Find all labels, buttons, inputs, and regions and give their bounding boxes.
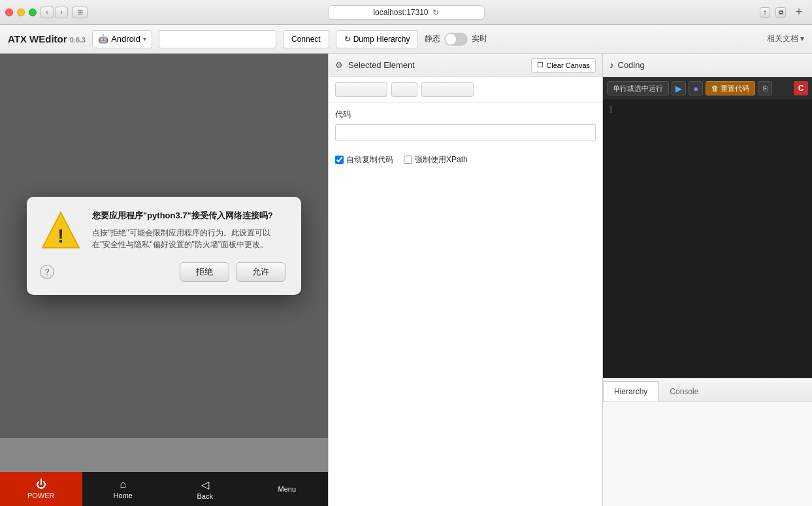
realtime-label: 实时 — [472, 33, 487, 44]
clear-canvas-label: Clear Canvas — [546, 61, 590, 69]
auto-copy-checkbox[interactable] — [335, 156, 344, 164]
auto-copy-label: 自动复制代码 — [346, 154, 393, 165]
trash-icon: 🗑 — [711, 84, 719, 92]
power-icon: ⏻ — [36, 479, 46, 490]
windows-icon[interactable]: ⧉ — [775, 7, 786, 18]
coding-bottom-tabs: Hierarchy Console — [603, 378, 812, 401]
right-panel: ♪ Coding 单行或选中运行 ▶ ■ 🗑 重置代码 ⎘ C 1 Hierar… — [603, 54, 812, 506]
refresh-icon: ↻ — [344, 35, 351, 44]
clear-canvas-button[interactable]: ☐ Clear Canvas — [531, 58, 596, 73]
code-editor[interactable]: 1 — [603, 99, 812, 378]
sidebar-toggle-button[interactable]: ⊞ — [72, 7, 88, 18]
middle-panel: ⚙ Selected Element ☐ Clear Canvas 代码 自动复… — [328, 54, 603, 506]
device-bottom-nav: ⏻ POWER ⌂ Home ◁ Back Menu — [0, 472, 328, 506]
home-button[interactable]: ⌂ Home — [82, 472, 165, 506]
reload-icon[interactable]: ↻ — [432, 8, 439, 17]
c-button[interactable]: C — [794, 81, 808, 95]
warning-triangle-icon: ! — [40, 210, 82, 252]
android-label: Android — [111, 34, 140, 44]
run-button[interactable]: 单行或选中运行 — [607, 81, 669, 95]
dialog-content: ! 您要应用程序"python3.7"接受传入网络连接吗? 点按"拒绝"可能会限… — [40, 210, 285, 252]
el-control-btn-2[interactable] — [391, 82, 417, 97]
allow-button[interactable]: 允许 — [236, 262, 285, 282]
mode-toggle[interactable] — [444, 33, 468, 46]
element-controls — [329, 77, 602, 103]
dialog-title: 您要应用程序"python3.7"接受传入网络连接吗? — [92, 210, 285, 222]
dialog-buttons: 拒绝 允许 — [180, 262, 285, 282]
share-icon[interactable]: ↑ — [760, 7, 770, 18]
firewall-dialog: ! 您要应用程序"python3.7"接受传入网络连接吗? 点按"拒绝"可能会限… — [27, 197, 301, 295]
play-button[interactable]: ▶ — [672, 81, 686, 95]
toggle-knob — [446, 34, 456, 44]
forward-nav-button[interactable]: › — [55, 7, 68, 18]
console-area — [603, 401, 812, 506]
reset-code-button[interactable]: 🗑 重置代码 — [706, 81, 755, 95]
dump-hierarchy-button[interactable]: ↻ Dump Hierarchy — [336, 30, 419, 48]
device-input[interactable] — [159, 30, 276, 48]
app-title: ATX WEditor 0.6.3 — [8, 33, 86, 44]
url-text: localhost:17310 — [373, 8, 428, 17]
reset-label: 重置代码 — [721, 84, 749, 93]
chevron-down-icon: ▾ — [143, 35, 146, 42]
menu-label: Menu — [278, 485, 296, 493]
copy-button[interactable]: ⎘ — [758, 81, 772, 95]
android-icon: 🤖 — [98, 34, 108, 44]
coding-toolbar: 单行或选中运行 ▶ ■ 🗑 重置代码 ⎘ C — [603, 77, 812, 99]
dump-label: Dump Hierarchy — [353, 35, 410, 44]
static-label: 静态 — [425, 33, 440, 44]
deny-button[interactable]: 拒绝 — [180, 262, 229, 282]
selected-element-header: ⚙ Selected Element ☐ Clear Canvas — [329, 54, 602, 77]
force-xpath-checkbox-label[interactable]: 强制使用XPath — [404, 154, 468, 165]
back-icon: ◁ — [201, 479, 209, 491]
force-xpath-label: 强制使用XPath — [415, 154, 468, 165]
el-control-btn-1[interactable] — [335, 82, 387, 97]
svg-text:!: ! — [57, 225, 64, 246]
el-control-btn-3[interactable] — [421, 82, 474, 97]
back-label: Back — [197, 492, 213, 500]
minimize-button[interactable] — [17, 8, 25, 16]
device-screen[interactable]: ! 您要应用程序"python3.7"接受传入网络连接吗? 点按"拒绝"可能会限… — [0, 54, 328, 472]
traffic-lights — [5, 8, 37, 16]
music-icon: ♪ — [609, 60, 614, 70]
app-version: 0.6.3 — [70, 36, 86, 44]
force-xpath-checkbox[interactable] — [404, 156, 412, 164]
mode-toggle-group: 静态 实时 — [425, 33, 487, 46]
title-bar-right: ↑ ⧉ + — [760, 5, 807, 20]
dialog-overlay: ! 您要应用程序"python3.7"接受传入网络连接吗? 点按"拒绝"可能会限… — [0, 54, 328, 438]
clear-canvas-icon: ☐ — [537, 61, 544, 69]
new-tab-button[interactable]: + — [791, 5, 807, 20]
dialog-footer: ? 拒绝 允许 — [40, 262, 285, 282]
selected-element-icon: ⚙ — [335, 60, 343, 70]
auto-copy-checkbox-label[interactable]: 自动复制代码 — [335, 154, 393, 165]
close-button[interactable] — [5, 8, 13, 16]
stop-button[interactable]: ■ — [689, 81, 703, 95]
code-section: 代码 — [329, 103, 602, 148]
power-label: POWER — [27, 492, 55, 499]
docs-link[interactable]: 相关文档 ▾ — [767, 33, 804, 44]
coding-header: ♪ Coding — [603, 54, 812, 77]
home-label: Home — [114, 492, 133, 499]
code-label: 代码 — [335, 109, 596, 120]
device-panel: ! 您要应用程序"python3.7"接受传入网络连接吗? 点按"拒绝"可能会限… — [0, 54, 328, 506]
selected-element-title: Selected Element — [348, 60, 526, 70]
help-button[interactable]: ? — [40, 265, 54, 279]
checkboxes-row: 自动复制代码 强制使用XPath — [329, 148, 602, 172]
warning-icon-wrap: ! — [40, 210, 82, 252]
power-button[interactable]: ⏻ POWER — [0, 472, 82, 506]
android-dropdown[interactable]: 🤖 Android ▾ — [92, 30, 152, 48]
nav-button-group: ‹ › — [41, 7, 68, 18]
dialog-description: 点按"拒绝"可能会限制应用程序的行为。此设置可以在"安全性与隐私"偏好设置的"防… — [92, 227, 285, 250]
back-button[interactable]: ◁ Back — [164, 472, 246, 506]
tab-hierarchy[interactable]: Hierarchy — [603, 381, 658, 401]
app-toolbar: ATX WEditor 0.6.3 🤖 Android ▾ Connect ↻ … — [0, 25, 812, 54]
connect-button[interactable]: Connect — [283, 30, 329, 48]
dialog-text: 您要应用程序"python3.7"接受传入网络连接吗? 点按"拒绝"可能会限制应… — [92, 210, 285, 250]
url-bar[interactable]: localhost:17310 ↻ — [328, 5, 485, 20]
back-nav-button[interactable]: ‹ — [41, 7, 54, 18]
maximize-button[interactable] — [29, 8, 37, 16]
main-area: ! 您要应用程序"python3.7"接受传入网络连接吗? 点按"拒绝"可能会限… — [0, 54, 812, 506]
title-bar: ‹ › ⊞ localhost:17310 ↻ ↑ ⧉ + — [0, 0, 812, 25]
tab-console[interactable]: Console — [658, 381, 709, 401]
menu-button[interactable]: Menu — [246, 472, 329, 506]
code-input[interactable] — [335, 124, 596, 141]
